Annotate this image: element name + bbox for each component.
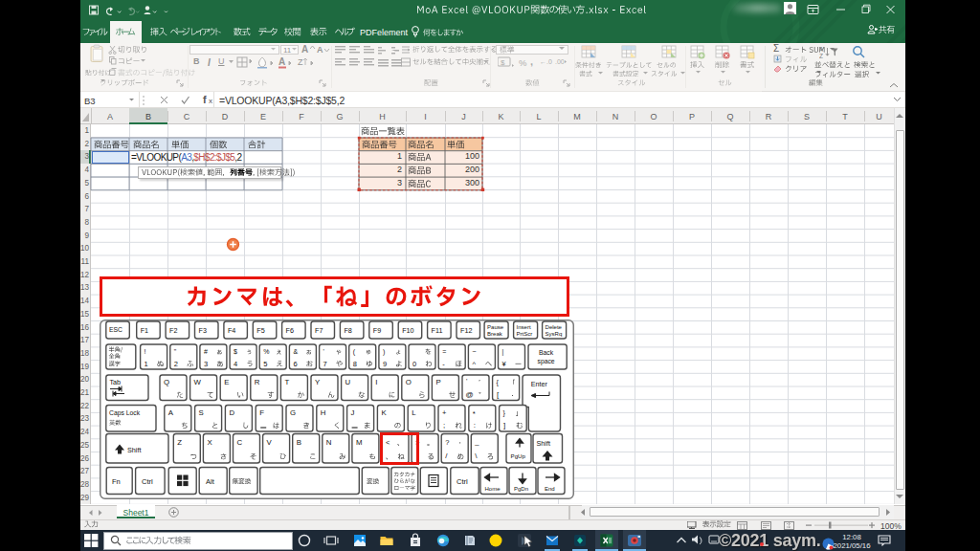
svg-text::: : — [474, 420, 476, 429]
svg-text:): ) — [383, 347, 385, 355]
svg-text:#: # — [204, 347, 208, 354]
svg-text:L: L — [412, 408, 416, 416]
svg-text:Ctrl: Ctrl — [142, 476, 153, 485]
svg-text:Ctrl: Ctrl — [457, 476, 468, 485]
svg-text:Pause: Pause — [487, 323, 504, 329]
svg-text:0: 0 — [412, 359, 416, 367]
svg-text:F2: F2 — [169, 325, 177, 334]
svg-text:U: U — [345, 377, 351, 386]
svg-text:SysRq: SysRq — [546, 330, 563, 336]
svg-text:Back: Back — [539, 348, 554, 355]
svg-text:$: $ — [234, 347, 237, 354]
svg-text:Caps Lock: Caps Lock — [109, 408, 141, 416]
svg-text:!: ! — [145, 347, 146, 354]
svg-text:Z: Z — [177, 437, 182, 446]
svg-text:H: H — [321, 408, 326, 416]
svg-text:R: R — [255, 377, 260, 386]
svg-text:T: T — [284, 377, 289, 386]
svg-text:W: W — [194, 377, 202, 386]
svg-text:7: 7 — [323, 359, 327, 367]
svg-text:PrtScr: PrtScr — [517, 330, 533, 336]
svg-text:F10: F10 — [402, 325, 413, 334]
svg-text:~: ~ — [472, 347, 476, 354]
svg-text:Fn: Fn — [112, 476, 121, 485]
svg-text:_: _ — [474, 436, 479, 445]
svg-text:&: & — [293, 347, 298, 354]
svg-text:Y: Y — [315, 377, 321, 386]
svg-text:Shift: Shift — [127, 445, 141, 453]
svg-text:D: D — [229, 408, 234, 416]
svg-text:F4: F4 — [228, 325, 235, 334]
svg-text:Enter: Enter — [531, 380, 548, 388]
svg-text:F6: F6 — [286, 325, 294, 334]
svg-text:Home: Home — [485, 486, 501, 492]
svg-text:F11: F11 — [432, 325, 443, 334]
svg-text:S: S — [199, 408, 204, 416]
svg-text:PgDn: PgDn — [514, 486, 528, 492]
svg-text:F12: F12 — [460, 325, 472, 334]
svg-text:Shift: Shift — [537, 438, 550, 447]
svg-text:F5: F5 — [256, 325, 264, 334]
svg-text:F: F — [259, 408, 264, 416]
svg-text:Tab: Tab — [110, 377, 122, 386]
svg-text:*: * — [473, 408, 476, 417]
svg-text:^: ^ — [472, 359, 476, 367]
svg-text:Break: Break — [487, 330, 503, 336]
svg-text:ESC: ESC — [109, 326, 122, 333]
svg-text:': ' — [466, 378, 467, 385]
svg-text:A: A — [168, 408, 174, 416]
svg-text:P: P — [435, 377, 440, 386]
svg-text:=: = — [442, 347, 446, 354]
svg-text:Delete: Delete — [546, 323, 563, 329]
svg-text:8: 8 — [353, 359, 357, 367]
svg-text:space: space — [538, 357, 555, 364]
svg-text:V: V — [267, 437, 273, 446]
svg-text:F7: F7 — [315, 325, 323, 334]
svg-text:E: E — [224, 377, 229, 386]
svg-text:O: O — [406, 377, 412, 386]
svg-text:B: B — [297, 437, 301, 446]
svg-text:K: K — [381, 408, 387, 416]
svg-text:;: ; — [443, 420, 445, 429]
svg-text:M: M — [356, 437, 363, 446]
svg-text:]: ] — [503, 420, 505, 429]
svg-text:C: C — [237, 437, 243, 446]
svg-text:F8: F8 — [344, 325, 351, 334]
svg-text:1: 1 — [145, 359, 148, 367]
svg-text:G: G — [290, 408, 296, 416]
svg-text:+: + — [442, 408, 447, 416]
svg-text:F1: F1 — [141, 325, 148, 334]
svg-text:4: 4 — [234, 359, 237, 367]
svg-text:5: 5 — [263, 359, 267, 367]
svg-text:|: | — [502, 347, 504, 355]
svg-text:': ' — [323, 347, 324, 354]
svg-text:3: 3 — [204, 359, 208, 367]
svg-text:F9: F9 — [373, 325, 381, 334]
svg-text:J: J — [351, 408, 355, 416]
svg-text:PgUp: PgUp — [511, 452, 526, 458]
svg-text:N: N — [326, 437, 332, 446]
svg-text:@: @ — [466, 390, 474, 399]
svg-text:?: ? — [445, 437, 449, 446]
svg-text:F3: F3 — [199, 325, 207, 334]
svg-text:9: 9 — [383, 359, 387, 367]
svg-text:Q: Q — [164, 377, 169, 386]
svg-text:Alt: Alt — [206, 476, 215, 485]
svg-text:2: 2 — [174, 359, 178, 367]
svg-text:I: I — [375, 377, 377, 386]
svg-text:6: 6 — [293, 359, 297, 367]
svg-text:Insert: Insert — [517, 323, 531, 329]
svg-text:End: End — [545, 486, 555, 492]
svg-text:X: X — [207, 437, 212, 446]
svg-text:%: % — [263, 347, 269, 354]
